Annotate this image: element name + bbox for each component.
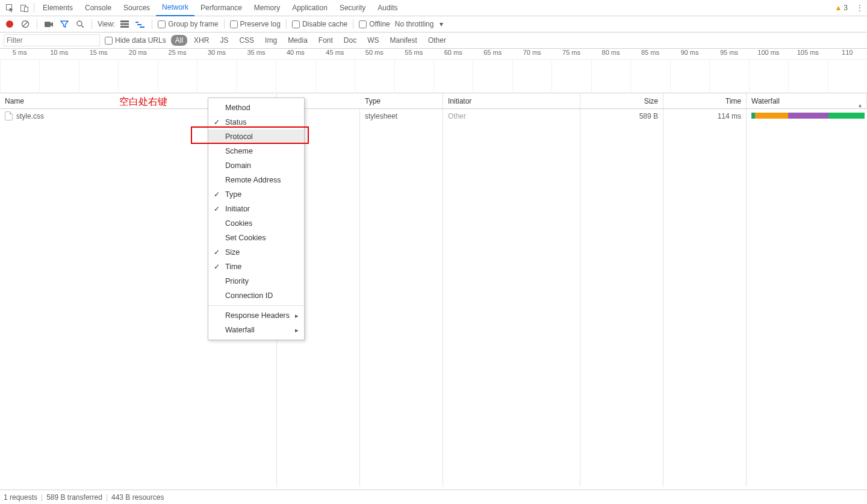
table-row[interactable]: style.cssstylesheetOther589 B114 ms [0,109,867,123]
filter-chip-all[interactable]: All [171,35,187,46]
svg-line-4 [23,22,28,26]
filter-icon[interactable] [58,18,70,30]
timeline-tick: 85 ms [630,49,670,59]
file-icon [5,111,13,120]
ctx-item-domain[interactable]: Domain [208,158,304,173]
timeline-tick: 110 [828,49,867,59]
column-type[interactable]: Type [360,93,443,108]
ctx-item-priority[interactable]: Priority [208,274,304,288]
tab-performance[interactable]: Performance [194,0,248,16]
tab-memory[interactable]: Memory [248,0,286,16]
ctx-item-status[interactable]: Status [208,115,304,129]
filter-chip-doc[interactable]: Doc [340,35,361,46]
timeline-tick: 45 ms [315,49,355,59]
timeline-tick: 105 ms [788,49,827,59]
timeline-tick: 10 ms [39,49,78,59]
tab-security[interactable]: Security [334,0,371,16]
ctx-item-response-headers[interactable]: Response Headers [208,308,304,323]
filter-chip-font[interactable]: Font [314,35,337,46]
filter-chip-css[interactable]: CSS [235,35,258,46]
ctx-item-remote-address[interactable]: Remote Address [208,173,304,187]
ctx-item-connection-id[interactable]: Connection ID [208,288,304,303]
status-requests: 1 requests [4,493,37,502]
column-initiator[interactable]: Initiator [443,93,580,108]
column-time[interactable]: Time [663,93,747,108]
record-button[interactable] [4,18,16,30]
status-resources: 443 B resources [111,493,164,502]
timeline-tick: 60 ms [434,49,473,59]
overview-icon[interactable] [134,18,146,30]
timeline-tick: 40 ms [276,49,315,59]
hide-data-urls-checkbox[interactable]: Hide data URLs [105,36,166,45]
annotation-text: 空白处右键 [119,96,167,108]
preserve-log-checkbox[interactable]: Preserve log [230,20,281,28]
svg-line-7 [81,25,84,28]
network-toolbar: View: Group by frame Preserve log Disabl… [0,16,867,33]
device-toggle-icon[interactable] [17,1,31,15]
main-tabs: ElementsConsoleSourcesNetworkPerformance… [37,0,404,16]
warnings-badge[interactable]: ▲3 [834,4,848,12]
filter-chip-xhr[interactable]: XHR [190,35,213,46]
timeline-tick: 90 ms [670,49,709,59]
offline-checkbox[interactable]: Offline [359,20,390,28]
timeline-overview[interactable]: 5 ms10 ms15 ms20 ms25 ms30 ms35 ms40 ms4… [0,49,867,93]
search-icon[interactable] [74,18,86,30]
camera-icon[interactable] [43,18,55,30]
ctx-item-initiator[interactable]: Initiator [208,202,304,216]
timeline-tick: 15 ms [79,49,118,59]
tab-console[interactable]: Console [79,0,117,16]
disable-cache-checkbox[interactable]: Disable cache [292,20,347,28]
filter-chip-other[interactable]: Other [424,35,450,46]
ctx-item-type[interactable]: Type [208,187,304,202]
timeline-tick: 75 ms [552,49,591,59]
timeline-tick: 30 ms [197,49,236,59]
timeline-tick: 5 ms [0,49,39,59]
svg-rect-5 [45,22,51,27]
timeline-tick: 35 ms [237,49,276,59]
group-by-frame-checkbox[interactable]: Group by frame [158,20,218,28]
svg-rect-11 [135,22,138,23]
tab-sources[interactable]: Sources [117,0,156,16]
column-size[interactable]: Size [580,93,663,108]
warning-icon: ▲ [834,4,842,12]
tab-audits[interactable]: Audits [371,0,403,16]
large-rows-icon[interactable] [119,18,131,30]
timeline-tick: 70 ms [512,49,552,59]
separator [34,3,34,13]
filter-input[interactable] [4,34,100,46]
filter-chip-ws[interactable]: WS [363,35,383,46]
ctx-item-size[interactable]: Size [208,245,304,260]
clear-icon[interactable] [19,18,31,30]
svg-rect-9 [120,23,129,25]
ctx-item-set-cookies[interactable]: Set Cookies [208,231,304,245]
ctx-item-time[interactable]: Time [208,260,304,274]
timeline-tick: 80 ms [591,49,630,59]
filter-chip-manifest[interactable]: Manifest [386,35,421,46]
ctx-item-scheme[interactable]: Scheme [208,144,304,158]
header-context-menu: MethodStatusProtocolSchemeDomainRemote A… [208,98,305,340]
filter-chip-img[interactable]: Img [261,35,281,46]
tab-application[interactable]: Application [286,0,334,16]
ctx-item-protocol[interactable]: Protocol [208,129,304,144]
inspect-icon[interactable] [2,1,17,15]
filter-chip-media[interactable]: Media [284,35,312,46]
timeline-tick: 65 ms [473,49,512,59]
timeline-tick: 20 ms [118,49,157,59]
ctx-item-waterfall[interactable]: Waterfall [208,323,304,337]
filter-bar: Hide data URLs AllXHRJSCSSImgMediaFontDo… [0,33,867,49]
tab-elements[interactable]: Elements [37,0,79,16]
requests-table-body[interactable]: style.cssstylesheetOther589 B114 ms 空白处右… [0,109,867,487]
ctx-item-cookies[interactable]: Cookies [208,216,304,231]
tab-network[interactable]: Network [156,0,194,16]
svg-rect-13 [140,26,144,28]
filter-chip-js[interactable]: JS [216,35,232,46]
column-waterfall[interactable]: Waterfall [747,93,867,108]
timeline-tick: 55 ms [394,49,434,59]
svg-point-6 [77,21,82,26]
kebab-menu-icon[interactable]: ⋮ [853,1,867,15]
status-transferred: 589 B transferred [46,493,102,502]
timeline-tick: 50 ms [355,49,394,59]
timeline-ticks: 5 ms10 ms15 ms20 ms25 ms30 ms35 ms40 ms4… [0,49,867,60]
throttling-select[interactable]: No throttling ▾ [395,20,444,28]
ctx-item-method[interactable]: Method [208,101,304,115]
